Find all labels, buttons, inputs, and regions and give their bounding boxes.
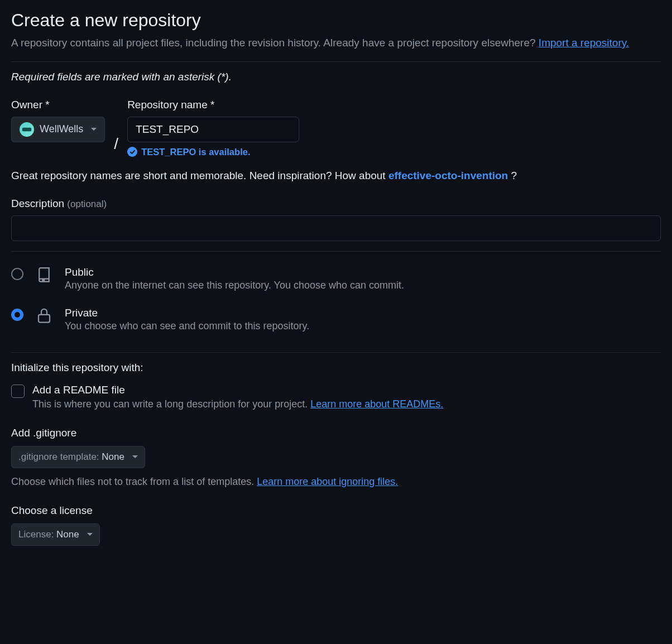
lock-icon xyxy=(35,307,54,324)
readme-checkbox[interactable] xyxy=(11,385,25,398)
gitignore-prefix: .gitignore template: xyxy=(18,451,102,462)
readme-option[interactable]: Add a README file This is where you can … xyxy=(11,384,661,410)
readme-desc: This is where you can write a long descr… xyxy=(32,398,443,410)
public-title: Public xyxy=(65,266,404,278)
license-label: Choose a license xyxy=(11,504,661,517)
public-desc: Anyone on the internet can see this repo… xyxy=(65,280,404,291)
page-subtitle: A repository contains all project files,… xyxy=(11,35,661,51)
chevron-down-icon xyxy=(87,533,93,536)
readme-desc-prefix: This is where you can write a long descr… xyxy=(32,398,310,410)
public-radio[interactable] xyxy=(11,268,23,280)
required-fields-note: Required fields are marked with an aster… xyxy=(11,71,661,83)
initialize-heading: Initialize this repository with: xyxy=(11,362,661,374)
description-optional-tag: (optional) xyxy=(67,199,107,209)
subtitle-text: A repository contains all project files,… xyxy=(11,37,539,49)
gitignore-template-button[interactable]: .gitignore template: None xyxy=(11,446,145,468)
repo-name-suggestion[interactable]: effective-octo-invention xyxy=(388,170,508,181)
gitignore-help: Choose which files not to track from a l… xyxy=(11,476,661,488)
owner-name: WellWells xyxy=(40,123,83,135)
inspiration-suffix: ? xyxy=(511,170,517,181)
inspiration-text: Great repository names are short and mem… xyxy=(11,170,661,182)
import-repository-link[interactable]: Import a repository. xyxy=(539,37,629,49)
repo-name-label: Repository name * xyxy=(127,99,299,111)
chevron-down-icon xyxy=(91,128,97,131)
inspiration-prefix: Great repository names are short and mem… xyxy=(11,170,388,181)
gitignore-value: None xyxy=(102,451,124,462)
private-title: Private xyxy=(65,307,309,319)
license-value: None xyxy=(56,529,79,540)
chevron-down-icon xyxy=(132,455,138,458)
check-circle-icon xyxy=(127,147,137,157)
description-input[interactable] xyxy=(11,215,661,241)
gitignore-learn-more-link[interactable]: Learn more about ignoring files. xyxy=(257,476,398,487)
owner-select-button[interactable]: WellWells xyxy=(11,117,105,142)
visibility-option-public[interactable]: Public Anyone on the internet can see th… xyxy=(11,261,661,301)
svg-rect-0 xyxy=(22,127,31,131)
readme-learn-more-link[interactable]: Learn more about READMEs. xyxy=(310,398,443,410)
visibility-option-private[interactable]: Private You choose who can see and commi… xyxy=(11,301,661,342)
divider xyxy=(11,352,661,353)
private-desc: You choose who can see and commit to thi… xyxy=(65,320,309,332)
license-select-button[interactable]: License: None xyxy=(11,523,100,546)
repo-icon xyxy=(35,266,54,283)
divider xyxy=(11,61,661,62)
description-label: Description (optional) xyxy=(11,198,661,210)
description-label-text: Description xyxy=(11,198,64,209)
gitignore-label: Add .gitignore xyxy=(11,427,661,439)
repo-name-input[interactable] xyxy=(127,117,299,142)
license-prefix: License: xyxy=(18,529,56,540)
owner-label: Owner * xyxy=(11,99,105,111)
gitignore-help-prefix: Choose which files not to track from a l… xyxy=(11,476,257,487)
owner-repo-separator: / xyxy=(114,135,118,157)
page-title: Create a new repository xyxy=(11,10,661,31)
private-radio[interactable] xyxy=(11,309,23,321)
availability-text: TEST_REPO is available. xyxy=(141,147,250,157)
divider xyxy=(11,251,661,252)
repo-availability-status: TEST_REPO is available. xyxy=(127,147,299,157)
svg-rect-1 xyxy=(39,314,50,322)
owner-avatar xyxy=(20,122,34,137)
readme-title: Add a README file xyxy=(32,384,443,396)
